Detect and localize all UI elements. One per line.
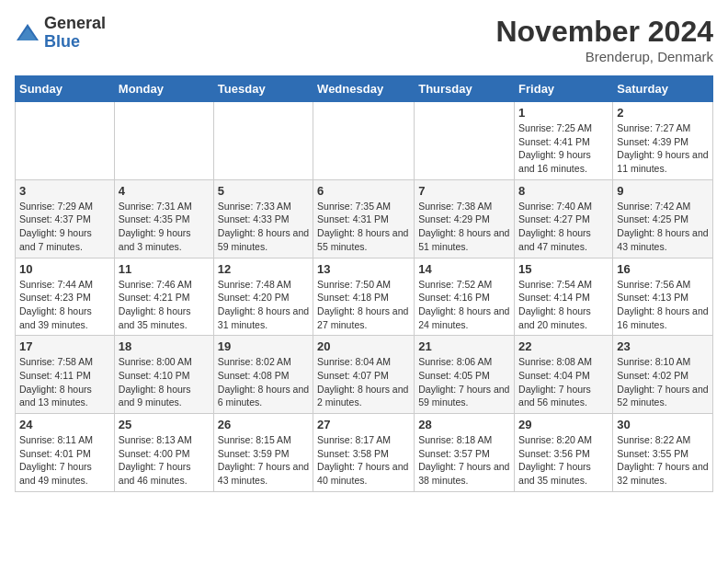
calendar-cell: 29Sunrise: 8:20 AM Sunset: 3:56 PM Dayli… xyxy=(515,414,613,492)
day-number: 25 xyxy=(119,418,210,431)
day-info: Sunrise: 8:13 AM Sunset: 4:00 PM Dayligh… xyxy=(119,433,210,488)
calendar-cell: 1Sunrise: 7:25 AM Sunset: 4:41 PM Daylig… xyxy=(515,102,613,180)
day-info: Sunrise: 7:44 AM Sunset: 4:23 PM Dayligh… xyxy=(19,278,110,332)
title-section: November 2024 Brenderup, Denmark xyxy=(495,15,713,64)
calendar-cell: 7Sunrise: 7:38 AM Sunset: 4:29 PM Daylig… xyxy=(415,179,515,258)
day-number: 20 xyxy=(317,339,410,353)
calendar-cell: 8Sunrise: 7:40 AM Sunset: 4:27 PM Daylig… xyxy=(515,179,613,258)
day-info: Sunrise: 8:20 AM Sunset: 3:56 PM Dayligh… xyxy=(518,433,609,488)
day-info: Sunrise: 8:18 AM Sunset: 3:57 PM Dayligh… xyxy=(418,433,510,488)
logo-icon xyxy=(15,20,40,46)
calendar-cell: 13Sunrise: 7:50 AM Sunset: 4:18 PM Dayli… xyxy=(313,258,415,336)
day-number: 14 xyxy=(418,262,510,276)
calendar-cell: 12Sunrise: 7:48 AM Sunset: 4:20 PM Dayli… xyxy=(213,258,313,336)
calendar-week-row: 24Sunrise: 8:11 AM Sunset: 4:01 PM Dayli… xyxy=(16,414,713,492)
day-number: 26 xyxy=(218,418,309,431)
calendar-week-row: 10Sunrise: 7:44 AM Sunset: 4:23 PM Dayli… xyxy=(16,258,713,336)
weekday-header-tuesday: Tuesday xyxy=(213,76,313,102)
weekday-header-thursday: Thursday xyxy=(415,76,515,102)
day-info: Sunrise: 8:15 AM Sunset: 3:59 PM Dayligh… xyxy=(218,433,309,488)
day-number: 28 xyxy=(418,418,510,431)
calendar-cell: 30Sunrise: 8:22 AM Sunset: 3:55 PM Dayli… xyxy=(613,414,713,492)
day-number: 18 xyxy=(119,339,210,353)
day-info: Sunrise: 7:38 AM Sunset: 4:29 PM Dayligh… xyxy=(418,200,510,254)
day-number: 21 xyxy=(418,339,510,353)
calendar-cell: 6Sunrise: 7:35 AM Sunset: 4:31 PM Daylig… xyxy=(313,179,415,258)
day-info: Sunrise: 7:48 AM Sunset: 4:20 PM Dayligh… xyxy=(218,278,309,332)
calendar-cell xyxy=(114,102,213,180)
calendar-cell: 5Sunrise: 7:33 AM Sunset: 4:33 PM Daylig… xyxy=(213,179,313,258)
day-number: 29 xyxy=(518,418,609,431)
day-number: 12 xyxy=(218,262,309,276)
day-number: 6 xyxy=(317,184,410,198)
day-number: 3 xyxy=(19,184,110,198)
calendar-cell: 15Sunrise: 7:54 AM Sunset: 4:14 PM Dayli… xyxy=(515,258,613,336)
calendar-cell: 16Sunrise: 7:56 AM Sunset: 4:13 PM Dayli… xyxy=(613,258,713,336)
calendar-cell: 14Sunrise: 7:52 AM Sunset: 4:16 PM Dayli… xyxy=(415,258,515,336)
logo-blue: Blue xyxy=(44,33,106,52)
day-number: 4 xyxy=(119,184,210,198)
logo: General Blue xyxy=(15,15,106,52)
calendar-cell: 9Sunrise: 7:42 AM Sunset: 4:25 PM Daylig… xyxy=(613,179,713,258)
calendar-cell: 21Sunrise: 8:06 AM Sunset: 4:05 PM Dayli… xyxy=(415,336,515,414)
location: Brenderup, Denmark xyxy=(495,49,713,64)
day-number: 1 xyxy=(518,106,609,120)
calendar-week-row: 3Sunrise: 7:29 AM Sunset: 4:37 PM Daylig… xyxy=(16,179,713,258)
day-info: Sunrise: 7:52 AM Sunset: 4:16 PM Dayligh… xyxy=(418,278,510,332)
day-number: 9 xyxy=(617,184,709,198)
day-info: Sunrise: 7:46 AM Sunset: 4:21 PM Dayligh… xyxy=(119,278,210,332)
day-info: Sunrise: 7:27 AM Sunset: 4:39 PM Dayligh… xyxy=(617,121,709,176)
day-number: 5 xyxy=(218,184,309,198)
day-number: 10 xyxy=(19,262,110,276)
calendar-week-row: 1Sunrise: 7:25 AM Sunset: 4:41 PM Daylig… xyxy=(16,102,713,180)
page-header: General Blue November 2024 Brenderup, De… xyxy=(15,15,713,64)
day-number: 11 xyxy=(119,262,210,276)
day-info: Sunrise: 7:50 AM Sunset: 4:18 PM Dayligh… xyxy=(317,278,410,332)
calendar-cell xyxy=(313,102,415,180)
day-info: Sunrise: 8:11 AM Sunset: 4:01 PM Dayligh… xyxy=(19,433,110,488)
day-info: Sunrise: 7:40 AM Sunset: 4:27 PM Dayligh… xyxy=(518,200,609,254)
calendar-cell: 22Sunrise: 8:08 AM Sunset: 4:04 PM Dayli… xyxy=(515,336,613,414)
day-number: 23 xyxy=(617,339,709,353)
calendar-cell: 3Sunrise: 7:29 AM Sunset: 4:37 PM Daylig… xyxy=(16,179,115,258)
day-number: 30 xyxy=(617,418,709,431)
day-number: 8 xyxy=(518,184,609,198)
calendar-cell: 17Sunrise: 7:58 AM Sunset: 4:11 PM Dayli… xyxy=(16,336,115,414)
day-number: 16 xyxy=(617,262,709,276)
calendar-cell: 19Sunrise: 8:02 AM Sunset: 4:08 PM Dayli… xyxy=(213,336,313,414)
day-info: Sunrise: 8:10 AM Sunset: 4:02 PM Dayligh… xyxy=(617,355,709,409)
calendar-cell: 2Sunrise: 7:27 AM Sunset: 4:39 PM Daylig… xyxy=(613,102,713,180)
day-info: Sunrise: 8:04 AM Sunset: 4:07 PM Dayligh… xyxy=(317,355,410,409)
calendar-cell: 28Sunrise: 8:18 AM Sunset: 3:57 PM Dayli… xyxy=(415,414,515,492)
weekday-header-wednesday: Wednesday xyxy=(313,76,415,102)
calendar-week-row: 17Sunrise: 7:58 AM Sunset: 4:11 PM Dayli… xyxy=(16,336,713,414)
day-info: Sunrise: 8:02 AM Sunset: 4:08 PM Dayligh… xyxy=(218,355,309,409)
day-info: Sunrise: 7:31 AM Sunset: 4:35 PM Dayligh… xyxy=(119,200,210,254)
day-number: 13 xyxy=(317,262,410,276)
calendar-cell: 11Sunrise: 7:46 AM Sunset: 4:21 PM Dayli… xyxy=(114,258,213,336)
calendar-cell xyxy=(213,102,313,180)
weekday-header-row: SundayMondayTuesdayWednesdayThursdayFrid… xyxy=(16,76,713,102)
calendar-cell: 24Sunrise: 8:11 AM Sunset: 4:01 PM Dayli… xyxy=(16,414,115,492)
day-info: Sunrise: 7:35 AM Sunset: 4:31 PM Dayligh… xyxy=(317,200,410,254)
calendar-cell: 20Sunrise: 8:04 AM Sunset: 4:07 PM Dayli… xyxy=(313,336,415,414)
day-info: Sunrise: 7:25 AM Sunset: 4:41 PM Dayligh… xyxy=(518,121,609,176)
calendar-cell: 4Sunrise: 7:31 AM Sunset: 4:35 PM Daylig… xyxy=(114,179,213,258)
calendar-table: SundayMondayTuesdayWednesdayThursdayFrid… xyxy=(15,75,713,492)
calendar-cell xyxy=(16,102,115,180)
weekday-header-friday: Friday xyxy=(515,76,613,102)
weekday-header-monday: Monday xyxy=(114,76,213,102)
calendar-cell: 25Sunrise: 8:13 AM Sunset: 4:00 PM Dayli… xyxy=(114,414,213,492)
day-number: 19 xyxy=(218,339,309,353)
day-info: Sunrise: 7:56 AM Sunset: 4:13 PM Dayligh… xyxy=(617,278,709,332)
calendar-cell: 27Sunrise: 8:17 AM Sunset: 3:58 PM Dayli… xyxy=(313,414,415,492)
calendar-cell: 18Sunrise: 8:00 AM Sunset: 4:10 PM Dayli… xyxy=(114,336,213,414)
day-number: 17 xyxy=(19,339,110,353)
day-info: Sunrise: 7:54 AM Sunset: 4:14 PM Dayligh… xyxy=(518,278,609,332)
day-info: Sunrise: 8:22 AM Sunset: 3:55 PM Dayligh… xyxy=(617,433,709,488)
month-title: November 2024 xyxy=(495,15,713,49)
calendar-cell xyxy=(415,102,515,180)
day-info: Sunrise: 7:42 AM Sunset: 4:25 PM Dayligh… xyxy=(617,200,709,254)
calendar-cell: 10Sunrise: 7:44 AM Sunset: 4:23 PM Dayli… xyxy=(16,258,115,336)
day-number: 2 xyxy=(617,106,709,120)
